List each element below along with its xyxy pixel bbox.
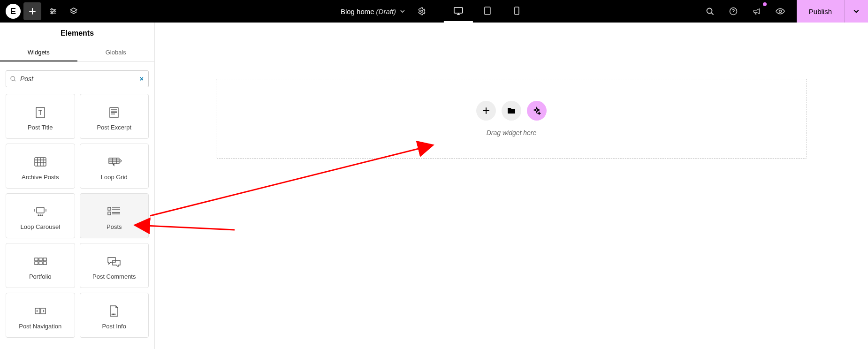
- sliders-icon: [49, 7, 57, 15]
- search-icon: [10, 76, 16, 82]
- widget-label: Loop Carousel: [20, 223, 60, 230]
- dropzone-buttons: [476, 101, 547, 121]
- topbar-right-group: Publish: [698, 0, 868, 23]
- elementor-logo[interactable]: E: [6, 4, 21, 19]
- svg-rect-19: [108, 207, 111, 210]
- svg-rect-15: [37, 207, 44, 213]
- widget-label: Archive Posts: [22, 174, 59, 181]
- post-navigation-icon: [33, 301, 47, 321]
- help-icon: [729, 7, 738, 15]
- responsive-device-tabs: [444, 0, 531, 23]
- device-mobile[interactable]: [502, 0, 531, 23]
- widget-archive-posts[interactable]: Archive Posts: [6, 144, 75, 189]
- svg-point-30: [114, 314, 114, 314]
- svg-point-17: [40, 215, 41, 216]
- posts-icon: [106, 202, 122, 221]
- document-title[interactable]: Blog home (Draft): [337, 8, 409, 15]
- document-status: (Draft): [376, 8, 396, 15]
- widget-label: Post Info: [102, 323, 126, 330]
- svg-rect-14: [109, 158, 119, 164]
- layers-icon: [69, 7, 78, 15]
- preview-button[interactable]: [771, 2, 789, 20]
- portfolio-icon: [33, 251, 48, 271]
- svg-point-9: [779, 10, 781, 13]
- svg-rect-26: [43, 262, 46, 265]
- svg-point-16: [38, 215, 39, 216]
- page-settings-button[interactable]: [44, 2, 62, 20]
- plus-icon: [29, 8, 36, 15]
- tab-widgets[interactable]: Widgets: [0, 44, 77, 61]
- widget-label: Post Comments: [92, 273, 136, 280]
- editor-canvas[interactable]: Drag widget here: [155, 23, 868, 349]
- svg-point-10: [11, 76, 15, 81]
- panel-tabs: Widgets Globals: [0, 44, 154, 62]
- publish-group: Publish: [797, 0, 868, 23]
- device-desktop[interactable]: [444, 0, 473, 23]
- sparkle-icon: [533, 106, 541, 115]
- add-section-button[interactable]: [476, 101, 496, 121]
- widget-label: Loop Grid: [101, 174, 128, 181]
- widget-post-excerpt[interactable]: Post Excerpt: [80, 94, 149, 139]
- widget-portfolio[interactable]: Portfolio: [6, 243, 75, 288]
- svg-rect-25: [39, 262, 42, 265]
- post-excerpt-icon: [107, 102, 121, 122]
- search-wrap: ×: [0, 62, 154, 92]
- loop-carousel-icon: [32, 202, 49, 221]
- widget-post-title[interactable]: Post Title: [6, 94, 75, 139]
- widget-label: Post Navigation: [19, 323, 61, 330]
- tab-globals[interactable]: Globals: [77, 44, 155, 61]
- svg-rect-20: [108, 212, 111, 215]
- eye-icon: [776, 7, 785, 15]
- widget-loop-grid[interactable]: Loop Grid: [80, 144, 149, 189]
- search-icon: [706, 7, 714, 15]
- post-comments-icon: [106, 251, 122, 271]
- widget-label: Portfolio: [29, 273, 52, 280]
- widget-loop-carousel[interactable]: Loop Carousel: [6, 193, 75, 238]
- svg-point-1: [53, 10, 55, 12]
- tablet-icon: [484, 6, 491, 15]
- add-element-button[interactable]: [23, 2, 41, 20]
- whats-new-button[interactable]: [748, 2, 766, 20]
- topbar-left-group: E: [0, 0, 83, 23]
- svg-point-2: [51, 12, 53, 14]
- svg-rect-23: [43, 258, 46, 261]
- help-button[interactable]: [724, 2, 742, 20]
- clear-search-button[interactable]: ×: [140, 75, 144, 83]
- post-info-icon: [108, 301, 120, 321]
- publish-button[interactable]: Publish: [797, 8, 844, 15]
- widget-label: Post Title: [28, 124, 53, 131]
- svg-point-31: [115, 314, 115, 314]
- widgets-grid: Post Title Post Excerpt Archive Posts Lo…: [0, 92, 154, 343]
- chevron-down-icon: [400, 8, 405, 14]
- widget-post-comments[interactable]: Post Comments: [80, 243, 149, 288]
- svg-rect-24: [35, 262, 38, 265]
- widget-post-navigation[interactable]: Post Navigation: [6, 293, 75, 338]
- ai-build-button[interactable]: [527, 101, 547, 121]
- document-name: Blog home: [341, 8, 374, 15]
- empty-section-dropzone[interactable]: Drag widget here: [216, 79, 807, 159]
- structure-button[interactable]: [65, 2, 83, 20]
- add-template-button[interactable]: [502, 101, 521, 121]
- desktop-icon: [453, 6, 464, 15]
- widget-posts[interactable]: Posts: [80, 193, 149, 238]
- chevron-down-icon: [853, 8, 860, 15]
- svg-point-29: [112, 314, 113, 314]
- dropzone-hint: Drag widget here: [487, 129, 537, 137]
- svg-rect-5: [485, 7, 490, 15]
- document-settings-button[interactable]: [413, 2, 431, 20]
- svg-point-3: [421, 10, 423, 13]
- publish-options-button[interactable]: [844, 0, 868, 23]
- finder-button[interactable]: [701, 2, 719, 20]
- device-tablet[interactable]: [473, 0, 502, 23]
- widget-label: Posts: [107, 223, 122, 230]
- gear-icon: [418, 7, 426, 15]
- svg-rect-6: [515, 7, 519, 15]
- megaphone-icon: [753, 7, 761, 15]
- loop-grid-icon: [106, 152, 122, 172]
- post-title-icon: [33, 102, 47, 122]
- search-input[interactable]: [20, 75, 134, 83]
- svg-rect-22: [39, 258, 42, 261]
- svg-point-0: [51, 8, 52, 10]
- panel-title: Elements: [0, 23, 154, 44]
- widget-post-info[interactable]: Post Info: [80, 293, 149, 338]
